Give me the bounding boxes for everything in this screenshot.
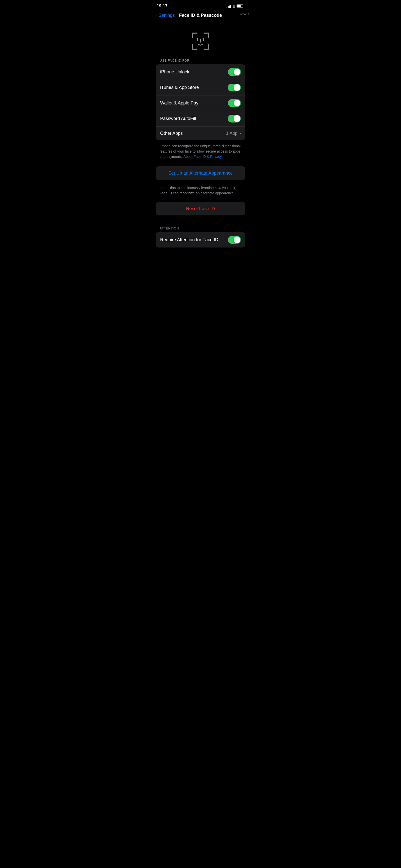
itunes-app-store-label: iTunes & App Store [160,85,199,90]
use-faceid-label: USE FACE ID FOR: [152,59,249,64]
alternate-appearance-label: Set Up an Alternate Appearance [168,170,233,176]
page-title: Face ID & Passcode [179,13,222,18]
itunes-app-store-row: iTunes & App Store [155,80,246,95]
reset-faceid-label: Reset Face ID [186,206,215,211]
reset-faceid-button[interactable]: Reset Face ID [155,202,246,215]
wallet-apple-pay-label: Wallet & Apple Pay [160,100,198,106]
iphone-unlock-label: iPhone Unlock [160,69,189,75]
require-attention-row: Require Attention for Face ID [155,232,246,248]
attention-group: Require Attention for Face ID [155,232,246,248]
require-attention-label: Require Attention for Face ID [160,237,218,243]
faceid-icon-container [152,21,249,59]
nav-bar: ‹ Settings Face ID & Passcode [152,10,249,21]
back-chevron-icon: ‹ [155,12,157,18]
faceid-icon [191,31,210,51]
status-icons: E [227,4,245,8]
attention-section: ATTENTION Require Attention for Face ID [152,222,249,248]
back-button[interactable]: ‹ Settings [155,12,175,18]
iphone-unlock-toggle[interactable] [228,68,241,76]
wallet-apple-pay-toggle[interactable] [228,99,241,107]
faceid-toggles-group: iPhone Unlock iTunes & App Store Wallet … [155,64,246,140]
other-apps-right: 1 App › [226,131,241,136]
alternate-appearance-group: Set Up an Alternate Appearance [155,166,246,180]
alternate-appearance-button[interactable]: Set Up an Alternate Appearance [155,166,246,180]
password-autofill-toggle[interactable] [228,115,241,123]
back-label: Settings [159,13,175,18]
password-autofill-label: Password AutoFill [160,116,196,121]
faceid-description: iPhone can recognize the unique, three-d… [152,140,249,166]
other-apps-chevron-icon: › [239,131,241,135]
alternate-appearance-description: In addition to continuously learning how… [152,183,249,202]
battery-icon [237,4,245,8]
itunes-app-store-toggle[interactable] [228,84,241,91]
network-type: E [233,4,235,8]
about-faceid-link[interactable]: About Face ID & Privacy... [183,155,224,159]
reset-faceid-group: Reset Face ID [155,202,246,215]
require-attention-toggle[interactable] [228,236,241,244]
attention-section-label: ATTENTION [152,222,249,232]
signal-bars-icon [227,4,231,8]
wallet-apple-pay-row: Wallet & Apple Pay [155,95,246,111]
password-autofill-row: Password AutoFill [155,111,246,126]
other-apps-value: 1 App [226,131,237,136]
other-apps-row[interactable]: Other Apps 1 App › [155,126,246,140]
other-apps-label: Other Apps [160,131,183,136]
iphone-unlock-row: iPhone Unlock [155,64,246,80]
status-bar: 19:17 E [152,0,249,10]
status-time: 19:17 [156,3,167,8]
